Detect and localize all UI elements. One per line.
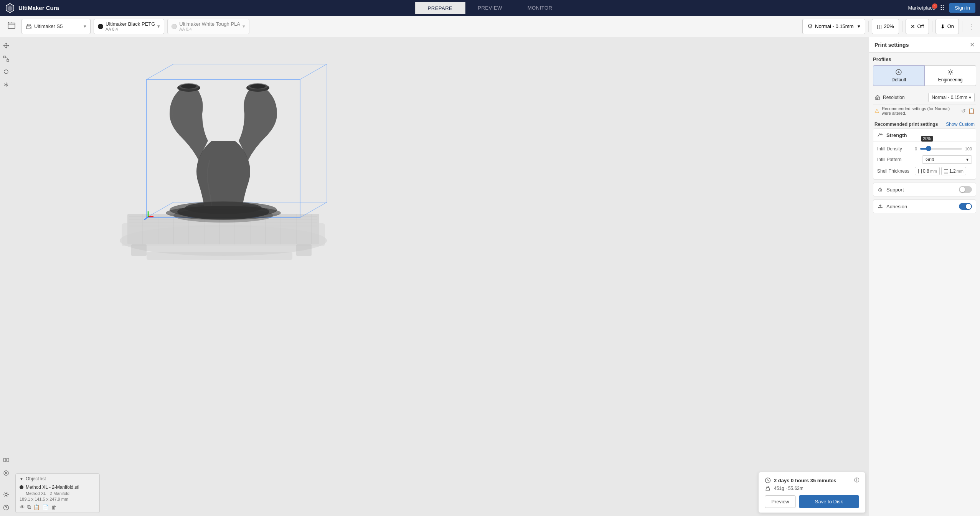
support-icon: ✕: [911, 23, 915, 30]
adhesion-btn[interactable]: ⬇ On: [935, 19, 959, 34]
rotate-tool[interactable]: [1, 66, 12, 77]
profiles-label: Profiles: [873, 56, 976, 62]
dismiss-warning-button[interactable]: 📋: [968, 108, 975, 114]
svg-line-35: [147, 64, 173, 79]
svg-rect-15: [131, 244, 147, 256]
svg-rect-62: [921, 169, 922, 173]
panel-title: Print settings: [874, 42, 909, 48]
material1-dot-icon: [98, 24, 103, 29]
resolution-icon: [874, 94, 881, 101]
more-settings-btn[interactable]: ⋮: [965, 22, 977, 31]
recommended-header: Recommended print settings Show Custom: [873, 119, 976, 129]
recommended-label: Recommended print settings: [874, 122, 938, 127]
adhesion-setting-icon: [877, 203, 883, 209]
panel-close-button[interactable]: ✕: [970, 41, 975, 48]
3d-model-view: [89, 56, 358, 279]
duplicate-btn[interactable]: ⧉: [27, 504, 31, 510]
profile-selector[interactable]: ⚙ Normal - 0.15mm ▾: [802, 19, 865, 34]
object-list-panel: ▼ Object list Method XL - 2-Manifold.stl…: [15, 473, 100, 513]
delete-btn[interactable]: 🗑: [51, 504, 56, 510]
top-nav-right: Marketplace 1 ⠿ Sign in: [908, 2, 975, 14]
svg-rect-61: [918, 169, 919, 173]
toolbar-divider3: [932, 21, 932, 32]
profile-tab-default[interactable]: Default: [873, 65, 925, 86]
infill-pattern-selector[interactable]: Grid ▾: [922, 155, 972, 164]
svg-rect-0: [8, 23, 15, 28]
shell-input-2[interactable]: 1.2 mm: [941, 167, 966, 175]
panel-header: Print settings ✕: [869, 37, 980, 53]
info-icon[interactable]: ⓘ: [854, 477, 859, 484]
svg-rect-59: [876, 98, 878, 100]
svg-point-9: [5, 493, 7, 496]
copy-btn[interactable]: 📋: [33, 504, 40, 510]
shell-top-icon: [944, 168, 949, 174]
nav-tabs: PREPARE PREVIEW MONITOR: [415, 2, 565, 14]
support-setting-icon: [877, 186, 883, 193]
material1-dropdown-icon: ▾: [157, 23, 160, 29]
material2-selector[interactable]: Ultimaker White Tough PLA AA 0.4 ▾: [167, 19, 249, 34]
infill-slider-track[interactable]: 20%: [920, 148, 962, 150]
toolbar-divider4: [962, 21, 962, 32]
tab-preview[interactable]: PREVIEW: [465, 2, 515, 14]
object-list-header[interactable]: ▼ Object list: [20, 476, 96, 481]
profile-icon: ⚙: [807, 23, 813, 30]
preview-button[interactable]: Preview: [765, 495, 796, 508]
svg-point-52: [166, 206, 281, 220]
save-to-disk-button[interactable]: Save to Disk: [799, 495, 859, 508]
shell-wall-icon: [917, 168, 922, 174]
support-blocker-tool[interactable]: [1, 468, 12, 478]
main-area: ▼ Object list Method XL - 2-Manifold.stl…: [0, 37, 980, 516]
file-open-button[interactable]: [3, 19, 20, 34]
strength-icon: [877, 132, 883, 138]
strength-body: Infill Density 0 20% 100 Infill Pattern: [873, 142, 976, 179]
material1-selector[interactable]: Ultimaker Black PETG AA 0.4 ▾: [94, 19, 164, 34]
signin-button[interactable]: Sign in: [949, 3, 975, 13]
printer-selector[interactable]: Ultimaker S5 ▾: [21, 19, 91, 34]
infill-btn[interactable]: ◫ 20%: [872, 19, 899, 34]
profile-tab-engineering[interactable]: Engineering: [925, 65, 977, 86]
infill-slider-thumb[interactable]: 20%: [926, 146, 931, 151]
paste-btn[interactable]: 📄: [42, 504, 49, 510]
adhesion-toggle-knob: [966, 204, 971, 209]
tab-prepare[interactable]: PREPARE: [415, 2, 465, 14]
move-tool[interactable]: [1, 40, 12, 51]
support-toggle-knob: [960, 187, 965, 192]
show-custom-button[interactable]: Show Custom: [946, 122, 975, 127]
settings-tool[interactable]: [1, 489, 12, 500]
profile-dropdown-icon: ▾: [858, 23, 860, 29]
weight-icon: [765, 485, 771, 491]
estimate-time: 2 days 0 hours 35 minutes ⓘ: [765, 477, 859, 484]
apps-grid-button[interactable]: ⠿: [938, 2, 946, 14]
warning-icon: ⚠: [874, 108, 879, 114]
support-btn[interactable]: ✕ Off: [906, 19, 929, 34]
object-dot: [20, 485, 23, 489]
svg-point-50: [250, 84, 266, 89]
help-tool[interactable]: [1, 502, 12, 513]
support-label-wrap: Support: [877, 186, 904, 193]
pattern-dropdown-icon: ▾: [966, 157, 968, 162]
shell-input-1[interactable]: 0.8 mm: [915, 167, 940, 175]
profile-tabs: Default Engineering: [873, 65, 976, 86]
left-sidebar: [0, 37, 12, 516]
canvas-area: [12, 37, 869, 516]
infill-pattern-row: Infill Pattern Grid ▾: [877, 154, 972, 165]
tab-monitor[interactable]: MONITOR: [515, 2, 565, 14]
clock-icon: [765, 477, 771, 483]
mirror-tool[interactable]: [1, 79, 12, 90]
svg-rect-60: [878, 97, 879, 100]
resolution-selector[interactable]: Normal - 0.15mm ▾: [928, 93, 975, 102]
svg-point-11: [6, 509, 7, 509]
reset-warning-button[interactable]: ↺: [961, 108, 966, 114]
support-toggle[interactable]: [959, 186, 972, 193]
adhesion-label-wrap: Adhesion: [877, 203, 907, 209]
material2-dropdown-icon: ▾: [243, 23, 245, 29]
printer-icon: [26, 23, 32, 30]
marketplace-button[interactable]: Marketplace 1: [908, 5, 935, 11]
per-model-settings-tool[interactable]: [1, 455, 12, 465]
visibility-toggle-btn[interactable]: 👁: [20, 504, 25, 510]
svg-rect-17: [147, 252, 292, 260]
svg-point-47: [181, 84, 196, 89]
estimate-weight: 451g · 55.62m: [765, 485, 859, 491]
adhesion-toggle[interactable]: [959, 203, 972, 210]
scale-tool[interactable]: [1, 53, 12, 64]
